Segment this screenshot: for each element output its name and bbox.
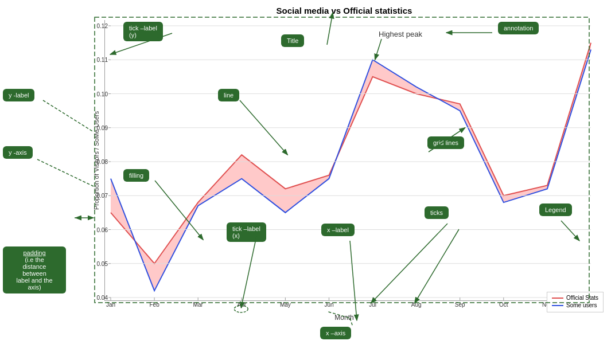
annotation-title: Title bbox=[281, 34, 304, 47]
annotation-filling: filling bbox=[123, 169, 149, 182]
chart-svg: 0.040.050.060.070.080.090.100.110.12JanF… bbox=[105, 20, 597, 300]
svg-text:Jul: Jul bbox=[369, 302, 376, 308]
svg-text:Jun: Jun bbox=[324, 302, 333, 308]
svg-line-55 bbox=[43, 100, 94, 132]
annotation-legend: Legend bbox=[539, 203, 572, 216]
legend: Official Stats Some users bbox=[547, 292, 604, 312]
some-users-line bbox=[111, 49, 591, 291]
svg-text:Mar: Mar bbox=[193, 302, 204, 308]
svg-text:Jan: Jan bbox=[106, 302, 115, 308]
svg-text:Feb: Feb bbox=[149, 302, 159, 308]
annotation-annotation: annotation bbox=[498, 22, 539, 34]
annotation-ticklabelx: tick –label(x) bbox=[227, 222, 266, 242]
svg-text:Aug: Aug bbox=[411, 302, 422, 308]
chart-wrapper: Social media vs Official statistics Prop… bbox=[92, 6, 597, 332]
legend-item-official: Official Stats bbox=[552, 295, 598, 301]
svg-text:0.10: 0.10 bbox=[97, 91, 108, 97]
legend-line-official bbox=[552, 298, 563, 299]
annotation-gridlines: grid lines bbox=[427, 136, 464, 149]
annotation-line: line bbox=[218, 89, 239, 101]
chart-plot-area: 0.040.050.060.070.080.090.100.110.12JanF… bbox=[104, 20, 597, 301]
legend-label-some: Some users bbox=[566, 302, 597, 308]
svg-text:0.06: 0.06 bbox=[97, 227, 108, 233]
annotation-yaxis: y -axis bbox=[3, 146, 33, 159]
fill-area bbox=[111, 43, 591, 291]
svg-text:0.12: 0.12 bbox=[97, 23, 108, 29]
chart-title: Social media vs Official statistics bbox=[92, 6, 597, 15]
annotation-ticklabely: tick –label(y) bbox=[123, 22, 163, 41]
svg-text:Oct: Oct bbox=[499, 302, 508, 308]
svg-line-56 bbox=[37, 159, 94, 186]
main-container: Social media vs Official statistics Prop… bbox=[0, 0, 615, 364]
highest-peak-label: Highest peak bbox=[379, 30, 422, 38]
svg-rect-0 bbox=[105, 20, 597, 300]
svg-text:May: May bbox=[280, 302, 291, 308]
legend-item-some: Some users bbox=[552, 302, 598, 308]
annotation-xlabel: x –label bbox=[321, 224, 355, 236]
annotation-xaxis: x –axis bbox=[320, 327, 351, 339]
svg-text:0.09: 0.09 bbox=[97, 125, 108, 131]
svg-text:0.11: 0.11 bbox=[97, 57, 108, 63]
annotation-ticks: ticks bbox=[425, 206, 449, 219]
legend-line-some bbox=[552, 305, 563, 306]
chart-inner: Proportion of Visitors / SoMe-Users 0. bbox=[92, 20, 597, 301]
svg-text:0.08: 0.08 bbox=[97, 159, 108, 165]
svg-text:Sep: Sep bbox=[455, 302, 465, 308]
annotation-padding: padding(i.e thedistancebetweenlabel and … bbox=[3, 246, 66, 293]
svg-text:0.07: 0.07 bbox=[97, 193, 108, 199]
x-axis-label: Month bbox=[92, 314, 597, 322]
svg-text:Apr: Apr bbox=[237, 302, 246, 308]
svg-text:0.05: 0.05 bbox=[97, 261, 108, 267]
annotation-ylabel: y -label bbox=[3, 89, 34, 101]
svg-text:0.04: 0.04 bbox=[97, 295, 108, 301]
legend-label-official: Official Stats bbox=[566, 295, 598, 301]
